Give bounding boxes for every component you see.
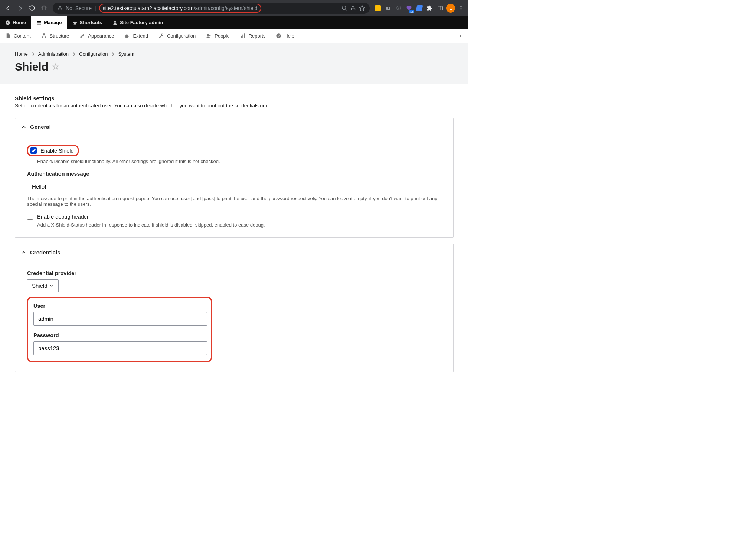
profile-avatar[interactable]: L — [446, 4, 455, 13]
star-outline-icon[interactable]: ☆ — [52, 62, 59, 72]
tab-reports[interactable]: Reports — [235, 29, 271, 43]
extension-icon-3[interactable] — [394, 4, 403, 13]
svg-point-13 — [114, 21, 116, 23]
debug-header-checkbox[interactable] — [27, 214, 33, 220]
svg-rect-21 — [244, 33, 245, 38]
breadcrumb-item[interactable]: System — [118, 51, 134, 57]
panel-credentials: Credentials Credential provider Shield U… — [15, 244, 454, 372]
debug-header-help: Add a X-Shield-Status header in response… — [37, 222, 441, 228]
breadcrumb-item[interactable]: Configuration — [79, 51, 108, 57]
svg-point-9 — [6, 20, 10, 25]
sidepanel-icon[interactable] — [436, 4, 445, 13]
content-area: Shield settings Set up credentials for a… — [0, 84, 468, 393]
extension-icon-1[interactable] — [373, 4, 382, 13]
browser-menu-icon[interactable] — [457, 4, 465, 13]
tab-collapse[interactable] — [454, 29, 468, 43]
extension-icon-2[interactable] — [384, 4, 393, 13]
extension-icon-5[interactable] — [415, 4, 424, 13]
extensions-menu-icon[interactable] — [425, 4, 434, 13]
toolbar-home[interactable]: Home — [0, 16, 31, 29]
user-label: User — [33, 303, 206, 309]
breadcrumb-item[interactable]: Administration — [38, 51, 69, 57]
tab-appearance[interactable]: Appearance — [74, 29, 119, 43]
svg-point-7 — [461, 7, 462, 9]
tab-extend[interactable]: Extend — [119, 29, 153, 43]
panel-credentials-header[interactable]: Credentials — [15, 244, 453, 261]
browser-toolbar: Not Secure | site2.test-acquiatam2.acsit… — [0, 0, 468, 16]
chevron-right-icon: ❯ — [72, 52, 75, 56]
tab-help[interactable]: ?Help — [271, 29, 300, 43]
settings-description: Set up credentials for an authenticated … — [15, 103, 454, 108]
tab-configuration[interactable]: Configuration — [153, 29, 201, 43]
drupal-toolbar: Home Manage Shortcuts Site Factory admin — [0, 16, 468, 29]
svg-rect-16 — [45, 37, 46, 38]
extension-badge: 15 — [409, 10, 414, 13]
settings-heading: Shield settings — [15, 95, 454, 101]
svg-text:?: ? — [278, 34, 280, 38]
extension-icon-4[interactable]: 15 — [405, 4, 414, 13]
reload-button[interactable] — [27, 3, 37, 13]
breadcrumb-item[interactable]: Home — [15, 51, 28, 57]
chevron-right-icon: ❯ — [32, 52, 35, 56]
panel-general-header[interactable]: General — [15, 118, 453, 135]
page-header: Home❯ Administration❯ Configuration❯ Sys… — [0, 43, 468, 84]
search-icon[interactable] — [341, 5, 347, 11]
svg-point-18 — [209, 35, 211, 36]
auth-message-help: The message to print in the authenticati… — [27, 196, 441, 207]
back-button[interactable] — [3, 3, 13, 13]
user-input[interactable] — [33, 312, 207, 326]
enable-shield-label[interactable]: Enable Shield — [40, 148, 74, 154]
enable-shield-help: Enable/Disable shield functionality. All… — [37, 159, 441, 164]
url-bar[interactable]: Not Secure | site2.test-acquiatam2.acsit… — [53, 3, 370, 14]
breadcrumb: Home❯ Administration❯ Configuration❯ Sys… — [15, 51, 454, 57]
panel-general: General Enable Shield Enable/Disable shi… — [15, 118, 454, 238]
provider-select[interactable]: Shield — [27, 279, 59, 292]
svg-point-0 — [342, 6, 346, 9]
not-secure-label: Not Secure — [66, 5, 92, 11]
svg-rect-19 — [241, 36, 242, 38]
home-button-browser[interactable] — [39, 3, 49, 13]
debug-header-label[interactable]: Enable debug header — [37, 214, 89, 220]
star-icon[interactable] — [359, 5, 365, 11]
highlight-enable-shield: Enable Shield — [27, 145, 79, 156]
toolbar-manage[interactable]: Manage — [31, 16, 67, 29]
url-text: site2.test-acquiatam2.acsitefactory.com/… — [99, 4, 339, 13]
provider-label: Credential provider — [27, 270, 441, 276]
share-icon[interactable] — [350, 5, 356, 11]
toolbar-user[interactable]: Site Factory admin — [107, 16, 168, 29]
highlight-credentials: User Password — [27, 297, 212, 362]
chevron-up-icon — [21, 124, 26, 130]
tab-people[interactable]: People — [201, 29, 235, 43]
svg-rect-10 — [37, 21, 41, 21]
svg-rect-14 — [43, 33, 45, 35]
warning-icon — [57, 5, 63, 11]
chevron-right-icon: ❯ — [111, 52, 114, 56]
chevron-down-icon — [50, 284, 54, 288]
svg-rect-11 — [37, 22, 41, 23]
svg-rect-12 — [37, 23, 41, 24]
forward-button[interactable] — [15, 3, 25, 13]
enable-shield-checkbox[interactable] — [30, 147, 37, 154]
chevron-up-icon — [21, 250, 26, 255]
svg-point-3 — [388, 7, 389, 9]
toolbar-shortcuts[interactable]: Shortcuts — [67, 16, 108, 29]
admin-tabs: Content Structure Appearance Extend Conf… — [0, 29, 468, 43]
password-label: Password — [33, 332, 206, 338]
auth-message-input[interactable] — [27, 180, 205, 193]
svg-rect-20 — [242, 35, 243, 38]
svg-rect-15 — [42, 37, 43, 38]
tab-structure[interactable]: Structure — [36, 29, 75, 43]
svg-point-6 — [461, 6, 462, 7]
svg-point-8 — [461, 9, 462, 10]
svg-point-17 — [207, 34, 209, 36]
password-input[interactable] — [33, 341, 207, 355]
page-title: Shield ☆ — [15, 61, 454, 73]
auth-message-label: Authentication message — [27, 171, 441, 177]
svg-rect-4 — [438, 6, 442, 10]
tab-content[interactable]: Content — [0, 29, 36, 43]
